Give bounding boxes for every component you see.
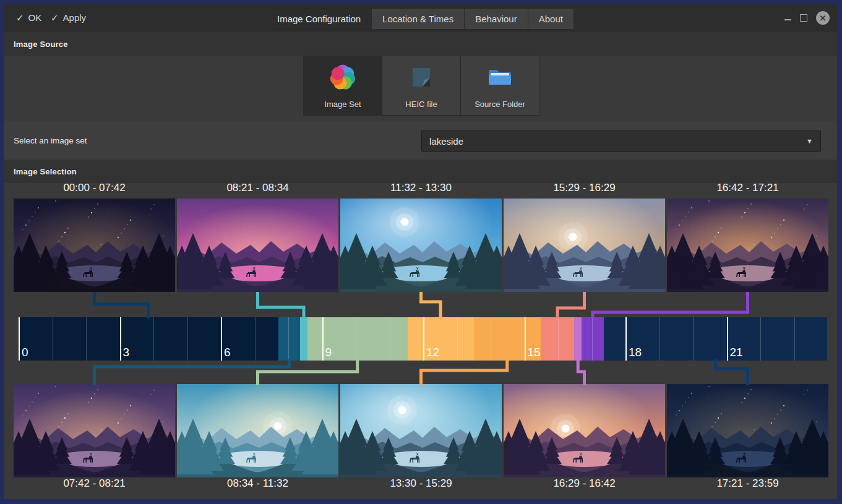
- timeline-gridline: [255, 317, 256, 361]
- tab-about[interactable]: About: [528, 9, 574, 29]
- timeline-gridline: [491, 317, 491, 361]
- app-window: ✓ OK ✓ Apply Image ConfigurationLocation…: [4, 4, 837, 499]
- time-range-label-15-29-16-29: 15:29 - 16:29: [504, 182, 665, 194]
- timeline-hour-label: 3: [123, 346, 130, 359]
- timeline-gridline: [592, 317, 593, 361]
- image-source-heading: Image Source: [4, 32, 837, 56]
- check-icon: ✓: [51, 4, 59, 32]
- time-range-label-16-29-16-42: 16:29 - 16:42: [504, 477, 665, 490]
- timeline-gridline: [390, 317, 390, 361]
- minimize-icon[interactable]: [784, 19, 791, 20]
- lakeside-scene-illustration: [504, 384, 665, 477]
- timeline-hour-label: 0: [22, 346, 28, 359]
- source-type-area: Image Set HEIC file Source Folder: [4, 56, 837, 121]
- check-icon: ✓: [16, 4, 24, 32]
- tab-image-configuration[interactable]: Image Configuration: [267, 9, 372, 29]
- image-set-select-row: Select an image set lakeside ▼: [4, 121, 837, 160]
- timeline-segment-16-29-16-42[interactable]: [574, 317, 582, 361]
- timeline-gridline: [221, 317, 222, 361]
- time-range-label-13-30-15-29: 13:30 - 15:29: [340, 477, 502, 490]
- lakeside-scene-illustration: [667, 384, 828, 477]
- timeline-gridline: [457, 317, 458, 361]
- ok-button-label: OK: [28, 4, 42, 32]
- timeline-gridline: [288, 317, 289, 361]
- timeline-gridline: [322, 317, 324, 361]
- timeline-gridline: [187, 317, 188, 361]
- day-timeline[interactable]: 036912151821: [19, 317, 828, 361]
- window-controls: ✕: [784, 4, 830, 32]
- timeline-gridline: [423, 317, 424, 361]
- image-selection-heading-label: Image Selection: [14, 167, 77, 176]
- timeline-segment-08-21-08-34[interactable]: [300, 317, 307, 361]
- timeline-gridline: [525, 317, 526, 361]
- lakeside-scene-illustration: [504, 199, 665, 292]
- timeline-gridline: [53, 317, 53, 361]
- thumbnail-11-32-13-30[interactable]: [340, 199, 502, 292]
- source-type-buttons: Image Set HEIC file Source Folder: [303, 56, 539, 116]
- chevron-down-icon: ▼: [806, 137, 813, 145]
- image-set-combobox[interactable]: lakeside ▼: [421, 130, 821, 152]
- time-range-label-16-42-17-21: 16:42 - 17:21: [667, 182, 828, 194]
- timeline-segment-16-42-17-21[interactable]: [582, 317, 603, 361]
- timeline-gridline: [659, 317, 660, 361]
- tab-behaviour[interactable]: Behaviour: [465, 9, 528, 29]
- timeline-gridline: [86, 317, 87, 361]
- timeline-hour-label: 12: [426, 346, 439, 359]
- timeline-gridline: [19, 317, 20, 361]
- ok-button[interactable]: ✓ OK: [16, 4, 41, 32]
- source-type-label: HEIC file: [405, 100, 437, 109]
- time-range-label-17-21-23-59: 17:21 - 23:59: [667, 477, 828, 490]
- timeline-gridline: [120, 317, 121, 361]
- timeline-segment-00-00-07-42[interactable]: [19, 317, 278, 361]
- apply-button[interactable]: ✓ Apply: [51, 4, 86, 32]
- time-range-label-00-00-07-42: 00:00 - 07:42: [14, 182, 175, 194]
- timeline-gridline: [356, 317, 356, 361]
- lakeside-scene-illustration: [340, 384, 502, 477]
- image-selection-heading: Image Selection: [4, 160, 837, 183]
- thumbnail-13-30-15-29[interactable]: [340, 384, 502, 477]
- thumbnail-17-21-23-59[interactable]: [667, 384, 828, 477]
- thumbnail-07-42-08-21[interactable]: [14, 384, 175, 477]
- source-type-heic-file[interactable]: HEIC file: [382, 56, 461, 115]
- select-image-set-label: Select an image set: [14, 121, 87, 160]
- thumbnail-16-42-17-21[interactable]: [667, 199, 828, 292]
- heic-file-icon: [406, 62, 436, 95]
- timeline-gridline: [153, 317, 154, 361]
- lakeside-scene-illustration: [14, 199, 175, 292]
- tab-bar: Image ConfigurationLocation & TimesBehav…: [266, 8, 574, 30]
- source-type-source-folder[interactable]: Source Folder: [461, 56, 539, 115]
- timeline-gridline: [558, 317, 559, 361]
- timeline-segment-11-32-13-30[interactable]: [408, 317, 474, 361]
- time-range-label-11-32-13-30: 11:32 - 13:30: [340, 182, 502, 194]
- timeline-hour-label: 15: [528, 346, 541, 359]
- timeline-gridline: [625, 317, 627, 361]
- lakeside-scene-illustration: [667, 199, 828, 292]
- image-set-icon: [328, 62, 358, 95]
- timeline-segment-07-42-08-21[interactable]: [278, 317, 300, 361]
- timeline-hour-label: 9: [325, 346, 332, 359]
- close-icon[interactable]: ✕: [816, 11, 830, 25]
- source-type-image-set[interactable]: Image Set: [304, 56, 382, 115]
- time-range-label-08-34-11-32: 08:34 - 11:32: [177, 477, 338, 490]
- lakeside-scene-illustration: [340, 199, 502, 292]
- image-set-combobox-value: lakeside: [429, 136, 806, 147]
- thumbnail-08-21-08-34[interactable]: [177, 199, 338, 292]
- thumbnail-08-34-11-32[interactable]: [177, 384, 338, 477]
- thumbnail-00-00-07-42[interactable]: [14, 199, 175, 292]
- timeline-gridline: [693, 317, 694, 361]
- lakeside-scene-illustration: [14, 384, 175, 477]
- timeline-hour-label: 21: [730, 346, 743, 359]
- image-source-heading-label: Image Source: [14, 40, 68, 49]
- apply-button-label: Apply: [63, 4, 87, 32]
- tab-location-times[interactable]: Location & Times: [372, 9, 465, 29]
- time-range-label-07-42-08-21: 07:42 - 08:21: [14, 477, 175, 490]
- thumbnail-16-29-16-42[interactable]: [504, 384, 665, 477]
- maximize-icon[interactable]: [800, 14, 807, 22]
- timeline-hour-label: 18: [629, 346, 642, 359]
- source-type-label: Image Set: [324, 100, 361, 109]
- titlebar[interactable]: ✓ OK ✓ Apply Image ConfigurationLocation…: [4, 4, 837, 33]
- thumbnail-15-29-16-29[interactable]: [504, 199, 665, 292]
- timeline-gridline: [794, 317, 795, 361]
- time-range-label-08-21-08-34: 08:21 - 08:34: [177, 182, 338, 194]
- lakeside-scene-illustration: [177, 384, 338, 477]
